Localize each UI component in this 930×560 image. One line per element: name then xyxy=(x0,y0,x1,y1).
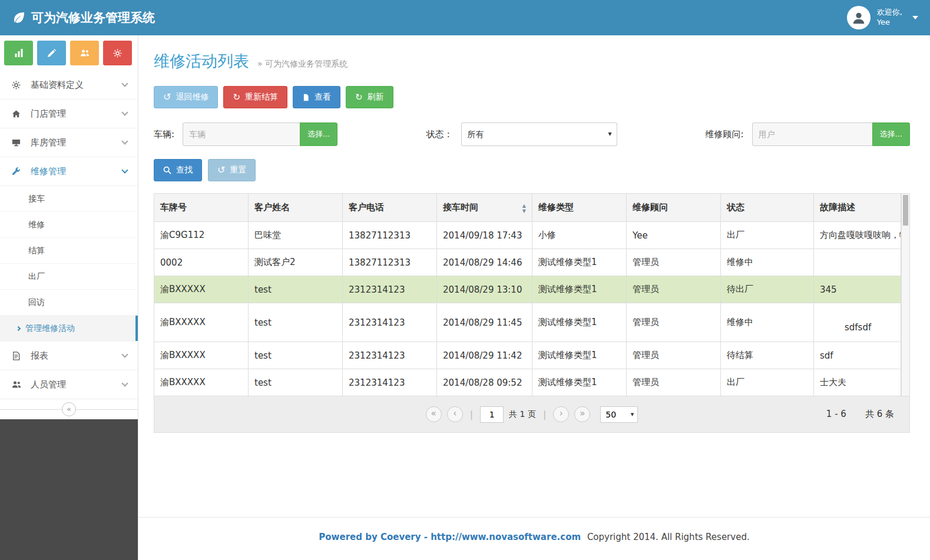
sidebar-item-basic-data[interactable]: 基础资料定义 xyxy=(0,71,138,100)
sidebar-subitem-receive[interactable]: 接车 xyxy=(0,186,138,212)
return-repair-button[interactable]: 退回维修 xyxy=(154,86,218,108)
chevron-right-icon xyxy=(16,326,21,330)
chevron-down-icon[interactable] xyxy=(912,16,918,19)
sort-icon[interactable] xyxy=(522,203,526,213)
vehicle-label: 车辆: xyxy=(154,129,174,140)
resettle-button[interactable]: 重新结算 xyxy=(223,86,287,108)
subitem-label: 结算 xyxy=(28,246,45,256)
column-label: 状态 xyxy=(727,202,744,213)
vehicle-select-button[interactable]: 选择... xyxy=(300,122,337,146)
chevron-down-icon xyxy=(121,109,128,115)
sidebar-collapse-button[interactable]: « xyxy=(62,402,76,416)
advisor-filter-group: 维修顾问: 选择... xyxy=(706,122,910,146)
sidebar-item-reports[interactable]: 报表 xyxy=(0,342,138,370)
column-header-phone[interactable]: 客户电话 xyxy=(343,194,437,222)
table-cell: 待结算 xyxy=(721,342,814,369)
page-number-input[interactable] xyxy=(480,406,504,423)
table-cell: 渝BXXXXX xyxy=(154,342,249,369)
reset-button[interactable]: 重置 xyxy=(208,159,256,181)
view-button[interactable]: 查看 xyxy=(293,86,340,108)
quick-button-settings[interactable] xyxy=(103,41,132,65)
vehicle-input[interactable] xyxy=(183,122,300,146)
first-page-button[interactable]: « xyxy=(426,406,442,422)
table-cell: 2312314123 xyxy=(343,342,437,369)
status-select[interactable]: 所有 xyxy=(461,122,617,146)
page-size-select[interactable]: 50 xyxy=(600,406,638,423)
advisor-input[interactable] xyxy=(752,122,873,146)
status-filter-group: 状态： 所有 xyxy=(426,122,617,146)
sidebar-subitem-settle[interactable]: 结算 xyxy=(0,238,138,264)
advisor-select-button[interactable]: 选择... xyxy=(872,122,910,146)
table-row[interactable]: 渝BXXXXX test 2312314123 2014/08/28 09:52… xyxy=(154,369,901,396)
quick-button-edit[interactable] xyxy=(37,41,66,65)
sidebar-item-warehouse[interactable]: 库房管理 xyxy=(0,128,138,157)
table-cell: 2312314123 xyxy=(343,369,437,396)
table-cell: 13827112313 xyxy=(343,222,437,249)
avatar[interactable] xyxy=(847,6,871,29)
table-cell: 渝BXXXXX xyxy=(154,303,249,342)
quick-button-users[interactable] xyxy=(70,41,99,65)
home-icon xyxy=(12,110,23,118)
users-icon xyxy=(12,380,23,389)
powered-by-link[interactable]: Powered by Coevery - http://www.novasoft… xyxy=(319,532,581,542)
column-header-advisor[interactable]: 维修顾问 xyxy=(627,194,721,222)
table-cell: 待出厂 xyxy=(721,276,814,303)
app-title: 可为汽修业务管理系统 xyxy=(31,9,155,26)
button-label: 刷新 xyxy=(368,92,384,102)
table-cell: 345 xyxy=(814,276,901,303)
column-header-customer-name[interactable]: 客户姓名 xyxy=(249,194,343,222)
table-cell: sdf xyxy=(814,342,901,369)
prev-page-button[interactable]: ‹ xyxy=(447,406,463,422)
table-cell: 巴味堂 xyxy=(249,222,343,249)
table-cell: 测试客户2 xyxy=(249,249,343,276)
column-header-receive-time[interactable]: 接车时间 xyxy=(437,194,532,222)
scrollbar-thumb[interactable] xyxy=(903,195,908,226)
menu-item-label: 维修管理 xyxy=(31,166,66,177)
table-cell: test xyxy=(249,369,343,396)
search-row: 查找 重置 xyxy=(154,159,910,181)
column-label: 故障描述 xyxy=(820,202,855,213)
table-row-selected[interactable]: 渝BXXXXX test 2312314123 2014/08/29 13:10… xyxy=(154,276,901,303)
table-cell: 出厂 xyxy=(721,369,814,396)
pencil-icon xyxy=(47,49,56,58)
table-cell: 2014/08/28 09:52 xyxy=(437,369,532,396)
last-page-button[interactable]: » xyxy=(574,406,590,422)
status-select-wrap: 所有 xyxy=(461,122,617,146)
table-row[interactable]: 渝BXXXXX test 2312314123 2014/08/29 11:42… xyxy=(154,342,901,369)
button-label: 重置 xyxy=(230,165,246,175)
sidebar-item-stores[interactable]: 门店管理 xyxy=(0,100,138,128)
table-cell: test xyxy=(249,342,343,369)
app-logo: 可为汽修业务管理系统 xyxy=(12,9,155,26)
table-cell: 13827112313 xyxy=(343,249,437,276)
page-title: 维修活动列表 xyxy=(154,51,249,72)
sidebar-filler xyxy=(0,419,138,560)
column-header-fault-desc[interactable]: 故障描述 xyxy=(814,194,901,222)
column-header-repair-type[interactable]: 维修类型 xyxy=(532,194,627,222)
table-cell: 2014/09/18 17:43 xyxy=(437,222,532,249)
next-page-button[interactable]: › xyxy=(553,406,569,422)
find-button[interactable]: 查找 xyxy=(154,159,202,181)
table-row[interactable]: 0002 测试客户2 13827112313 2014/08/29 14:46 … xyxy=(154,249,901,276)
footer: Powered by Coevery - http://www.novasoft… xyxy=(138,517,930,560)
sidebar-subitem-follow-up[interactable]: 回访 xyxy=(0,290,138,316)
column-header-status[interactable]: 状态 xyxy=(721,194,814,222)
vertical-scrollbar[interactable] xyxy=(901,193,910,396)
quick-button-stats[interactable] xyxy=(4,41,33,65)
page-size-select-wrap: 50 xyxy=(600,406,638,423)
vehicle-filter-group: 车辆: 选择... xyxy=(154,122,337,146)
table-row[interactable]: 渝BXXXXX test 2312314123 2014/08/29 11:45… xyxy=(154,303,901,342)
sidebar-item-personnel[interactable]: 人员管理 xyxy=(0,370,138,399)
column-header-plate[interactable]: 车牌号 xyxy=(154,194,249,222)
refresh-button[interactable]: 刷新 xyxy=(346,86,393,108)
table-row[interactable]: 渝C9G112 巴味堂 13827112313 2014/09/18 17:43… xyxy=(154,222,901,249)
search-icon xyxy=(163,166,171,174)
sidebar-item-repair[interactable]: 维修管理 xyxy=(0,157,138,186)
subitem-label: 回访 xyxy=(28,297,45,308)
gear-icon xyxy=(12,81,23,90)
table-cell: 测试维修类型1 xyxy=(532,369,627,396)
sidebar-subitem-manage-activities[interactable]: 管理维修活动 xyxy=(0,316,138,342)
sidebar-subitem-repair[interactable]: 维修 xyxy=(0,212,138,238)
user-menu[interactable]: 欢迎你, Yee xyxy=(847,6,918,29)
table-cell: 维修中 xyxy=(721,249,814,276)
sidebar-subitem-factory-out[interactable]: 出厂 xyxy=(0,264,138,290)
